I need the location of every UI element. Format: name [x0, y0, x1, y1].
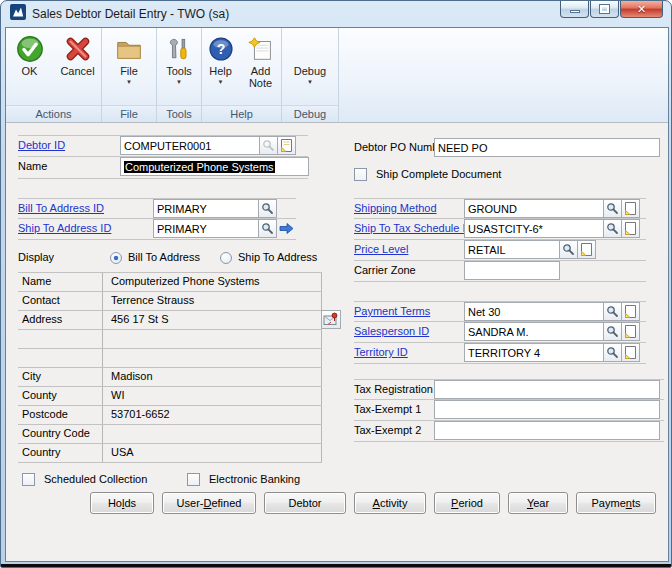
svg-text:?: ?: [216, 41, 225, 57]
shipping-method-link[interactable]: Shipping Method: [354, 202, 437, 214]
debtor-button[interactable]: Debtor: [264, 492, 346, 514]
price-level-input[interactable]: RETAIL: [464, 240, 560, 259]
salesperson-link[interactable]: Salesperson ID: [354, 325, 429, 337]
price-level-note-button[interactable]: [578, 240, 596, 259]
minimize-button[interactable]: [560, 1, 589, 18]
ribbon-group-help: ? Help ▼ Add Note Help: [202, 28, 282, 122]
table-row-label: County: [18, 387, 102, 405]
ship-to-address-link[interactable]: Ship To Address ID: [18, 222, 111, 234]
bill-to-address-radio-label[interactable]: Bill To Address: [128, 251, 200, 263]
help-dropdown-icon: ▼: [218, 79, 224, 85]
holds-button[interactable]: Holds: [90, 492, 154, 514]
shipping-method-note-button[interactable]: [622, 199, 640, 218]
address-map-button[interactable]: [321, 310, 341, 329]
shipping-method-input[interactable]: GROUND: [464, 199, 604, 218]
debtor-id-input[interactable]: COMPUTER0001: [120, 136, 260, 155]
electronic-banking-checkbox[interactable]: [187, 473, 200, 486]
debug-dropdown-icon: ▼: [307, 79, 313, 85]
tax-schedule-link[interactable]: Ship To Tax Schedule ID: [354, 222, 473, 234]
tax-exempt1-input[interactable]: [434, 400, 660, 419]
help-button[interactable]: ? Help ▼: [203, 32, 239, 105]
bill-to-address-input[interactable]: PRIMARY: [153, 199, 259, 218]
close-button[interactable]: ✕: [620, 1, 663, 18]
table-row: Address456 17 St S: [18, 311, 322, 330]
bill-to-address-radio[interactable]: [110, 252, 122, 264]
ship-complete-label[interactable]: Ship Complete Document: [376, 168, 501, 180]
debtor-id-row: Debtor ID COMPUTER0001: [18, 135, 308, 157]
debtor-id-lookup-disabled-icon: [260, 136, 278, 155]
table-row-label: Country Code: [18, 425, 102, 443]
tools-button[interactable]: Tools ▼: [158, 32, 200, 105]
table-row-value: [102, 349, 322, 367]
tax-exempt2-label: Tax-Exempt 2: [354, 424, 421, 436]
name-row: Name Computerized Phone Systems: [18, 157, 308, 179]
ribbon-group-actions: OK Cancel Actions: [6, 28, 102, 122]
file-dropdown-icon: ▼: [126, 79, 132, 85]
ok-label: OK: [22, 65, 38, 77]
period-button[interactable]: Period: [434, 492, 500, 514]
year-button[interactable]: Year: [508, 492, 568, 514]
ribbon-filler: [339, 28, 668, 122]
scheduled-collection-checkbox[interactable]: [22, 473, 35, 486]
activity-button[interactable]: Activity: [354, 492, 426, 514]
ship-to-lookup-button[interactable]: [259, 219, 277, 238]
debtor-po-input[interactable]: NEED PO: [434, 138, 660, 157]
payment-terms-input[interactable]: Net 30: [464, 302, 604, 321]
tax-schedule-lookup-button[interactable]: [604, 219, 622, 238]
payments-button[interactable]: Payments: [576, 492, 656, 514]
name-selected-text: Computerized Phone Systems: [124, 161, 275, 173]
table-row-label: Postcode: [18, 406, 102, 424]
debtor-id-link[interactable]: Debtor ID: [18, 139, 65, 151]
tax-exempt2-row: Tax-Exempt 2: [354, 421, 664, 442]
salesperson-note-button[interactable]: [622, 322, 640, 341]
ship-to-address-input[interactable]: PRIMARY: [153, 219, 259, 238]
price-level-lookup-button[interactable]: [560, 240, 578, 259]
ribbon-group-tools: Tools ▼ Tools: [157, 28, 202, 122]
window-title: Sales Debtor Detail Entry - TWO (sa): [32, 7, 229, 21]
tax-schedule-note-button[interactable]: [622, 219, 640, 238]
table-row-value: WI: [102, 387, 322, 405]
carrier-zone-input[interactable]: [464, 261, 560, 280]
cancel-button[interactable]: Cancel: [55, 32, 101, 105]
tools-icon: [165, 32, 193, 65]
table-row-value: [102, 330, 322, 348]
user-defined-button[interactable]: User-Defined: [162, 492, 256, 514]
territory-link[interactable]: Territory ID: [354, 346, 408, 358]
salesperson-input[interactable]: SANDRA M.: [464, 322, 604, 341]
restore-button[interactable]: [590, 1, 619, 18]
tax-exempt1-row: Tax-Exempt 1: [354, 400, 664, 421]
bill-to-lookup-button[interactable]: [259, 199, 277, 218]
tools-label: Tools: [166, 65, 192, 77]
ship-to-expand-button[interactable]: [277, 219, 295, 238]
name-input[interactable]: Computerized Phone Systems: [120, 157, 309, 176]
carrier-zone-label: Carrier Zone: [354, 264, 416, 276]
salesperson-lookup-button[interactable]: [604, 322, 622, 341]
debug-button[interactable]: Debug ▼: [285, 32, 335, 105]
territory-lookup-button[interactable]: [604, 343, 622, 362]
file-button[interactable]: File ▼: [106, 32, 152, 105]
payment-terms-lookup-button[interactable]: [604, 302, 622, 321]
ship-to-address-radio-label[interactable]: Ship To Address: [238, 251, 317, 263]
bill-to-address-link[interactable]: Bill To Address ID: [18, 202, 104, 214]
electronic-banking-label[interactable]: Electronic Banking: [209, 473, 300, 485]
tax-schedule-input[interactable]: USASTCITY-6*: [464, 219, 604, 238]
tax-exempt2-input[interactable]: [434, 421, 660, 440]
cancel-label: Cancel: [60, 65, 94, 77]
territory-note-button[interactable]: [622, 343, 640, 362]
payment-terms-note-button[interactable]: [622, 302, 640, 321]
price-level-row: Price Level RETAIL: [354, 240, 646, 261]
price-level-link[interactable]: Price Level: [354, 243, 408, 255]
territory-input[interactable]: TERRITORY 4: [464, 343, 604, 362]
ship-complete-checkbox[interactable]: [354, 168, 367, 181]
ship-to-address-radio[interactable]: [220, 252, 232, 264]
payment-terms-link[interactable]: Payment Terms: [354, 305, 430, 317]
shipping-method-lookup-button[interactable]: [604, 199, 622, 218]
titlebar[interactable]: Sales Debtor Detail Entry - TWO (sa) ✕: [1, 1, 671, 27]
territory-row: Territory ID TERRITORY 4: [354, 343, 646, 364]
ribbon-group-label-debug: Debug: [282, 105, 338, 122]
scheduled-collection-label[interactable]: Scheduled Collection: [44, 473, 147, 485]
add-note-button[interactable]: Add Note: [241, 32, 281, 105]
ok-button[interactable]: OK: [7, 32, 53, 105]
tax-registration-input[interactable]: [434, 380, 660, 399]
debtor-id-note-button[interactable]: [278, 136, 296, 155]
